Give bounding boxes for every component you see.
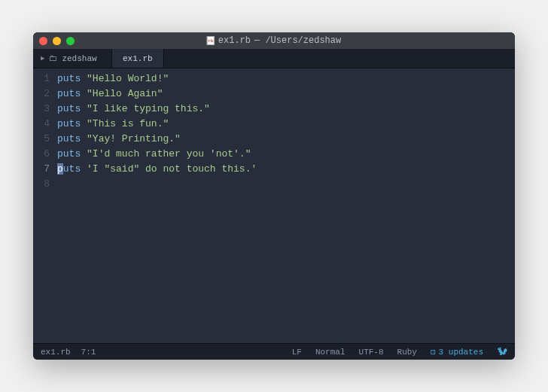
- titlebar: rb ex1.rb — /Users/zedshaw: [33, 32, 515, 49]
- folder-icon: 🗀: [49, 53, 57, 63]
- status-mode[interactable]: Normal: [315, 348, 346, 357]
- status-left: ex1.rb 7:1: [41, 348, 96, 357]
- code-line-current: puts 'I "said" do not touch this.': [57, 162, 515, 177]
- close-button[interactable]: [39, 37, 47, 45]
- maximize-button[interactable]: [66, 37, 75, 45]
- status-file[interactable]: ex1.rb: [41, 348, 71, 357]
- traffic-lights: [39, 37, 75, 45]
- line-gutter: 1 2 3 4 5 6 7 8: [33, 68, 57, 343]
- tab-ex1[interactable]: ex1.rb: [112, 49, 164, 68]
- code-line: puts "I like typing this.": [57, 102, 515, 117]
- code-line: puts "Hello World!": [57, 71, 515, 87]
- lineno: 3: [33, 102, 57, 117]
- package-icon: ⚀: [431, 347, 436, 357]
- status-position[interactable]: 7:1: [81, 348, 96, 357]
- lineno: 5: [33, 132, 57, 147]
- status-encoding[interactable]: UTF-8: [359, 348, 384, 357]
- lineno-current: 7: [33, 162, 57, 177]
- tab-label: ex1.rb: [123, 54, 153, 63]
- project-tree-header[interactable]: ▶ 🗀 zedshaw: [33, 49, 112, 68]
- lineno: 1: [33, 71, 57, 87]
- editor-window: rb ex1.rb — /Users/zedshaw ▶ 🗀 zedshaw e…: [33, 32, 515, 360]
- project-folder-name: zedshaw: [62, 54, 96, 63]
- title-filename: ex1.rb: [218, 35, 251, 46]
- code-line: puts "I'd much rather you 'not'.": [57, 147, 515, 162]
- code-content[interactable]: puts "Hello World!" puts "Hello Again" p…: [57, 68, 515, 343]
- status-right: LF Normal UTF-8 Ruby ⚀ 3 updates 🐿: [292, 346, 507, 358]
- status-language[interactable]: Ruby: [397, 348, 417, 357]
- squirrel-icon[interactable]: 🐿: [497, 346, 507, 358]
- status-updates[interactable]: ⚀ 3 updates: [431, 347, 483, 357]
- minimize-button[interactable]: [53, 37, 61, 45]
- title-path: — /Users/zedshaw: [254, 35, 341, 46]
- code-line: puts "Yay! Printing.": [57, 132, 515, 147]
- status-line-ending[interactable]: LF: [292, 348, 302, 357]
- cursor: p: [57, 163, 63, 175]
- code-line: puts "This is fun.": [57, 117, 515, 132]
- lineno: 2: [33, 87, 57, 102]
- window-title: rb ex1.rb — /Users/zedshaw: [207, 35, 341, 46]
- chevron-right-icon: ▶: [41, 54, 44, 62]
- editor-area[interactable]: 1 2 3 4 5 6 7 8 puts "Hello World!" puts…: [33, 68, 515, 343]
- code-line: puts "Hello Again": [57, 87, 515, 102]
- ruby-file-icon: rb: [207, 36, 215, 45]
- lineno: 8: [33, 177, 57, 192]
- lineno: 4: [33, 117, 57, 132]
- statusbar: ex1.rb 7:1 LF Normal UTF-8 Ruby ⚀ 3 upda…: [33, 343, 515, 360]
- lineno: 6: [33, 147, 57, 162]
- toolbar: ▶ 🗀 zedshaw ex1.rb: [33, 49, 515, 68]
